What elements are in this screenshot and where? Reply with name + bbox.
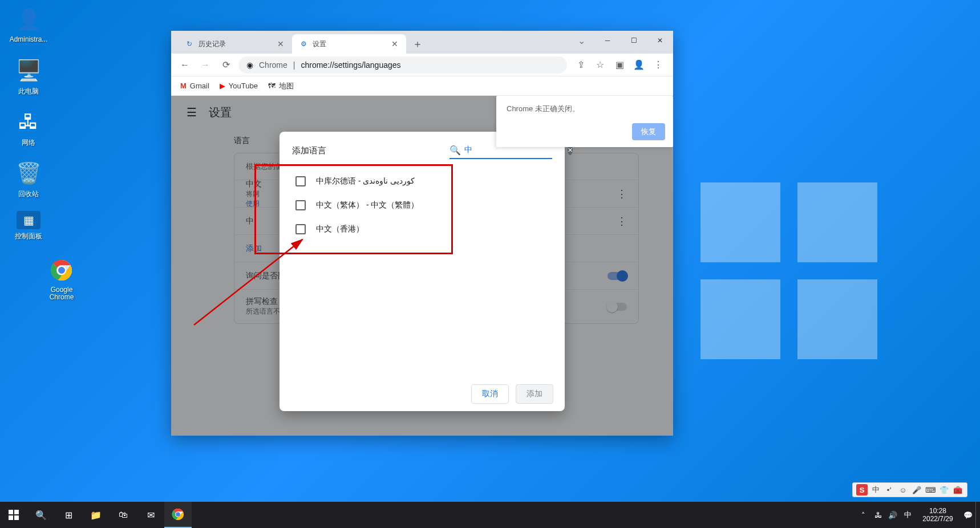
reload-button[interactable]: ⟳	[218, 57, 234, 73]
taskbar: 🔍 ⊞ 📁 🛍 ✉ ˄ 🖧 🔊 中 10:28 2022/7/29 💬	[0, 502, 980, 528]
bookmark-maps[interactable]: 🗺地图	[268, 81, 294, 91]
crash-restore-bubble: Chrome 未正确关闭。 恢复	[496, 96, 673, 147]
menu-button[interactable]: ⋮	[649, 56, 667, 74]
svg-line-4	[194, 239, 302, 325]
ime-keyboard[interactable]: ⌨	[925, 484, 936, 495]
desktop-icon-label: Administra...	[6, 35, 51, 43]
desktop-icon-label: 网络	[6, 138, 51, 148]
language-label: 中库尔德语 - کوردیی ناوەندی	[316, 176, 415, 186]
desktop-icon-network[interactable]: 🖧 网络	[6, 108, 51, 148]
chrome-titlebar[interactable]: ↻ 历史记录 ✕ ⚙ 设置 ✕ ＋ ⌄ ─ ☐ ✕	[171, 31, 673, 54]
desktop-icon-thispc[interactable]: 🖥️ 此电脑	[6, 57, 51, 96]
language-option-kurdish[interactable]: 中库尔德语 - کوردیی ناوەندی	[284, 169, 560, 193]
address-bar: ← → ⟳ ◉ Chrome | chrome://settings/langu…	[171, 54, 673, 76]
desktop-icon-controlpanel[interactable]: ▦ 控制面板	[6, 211, 51, 241]
sidepanel-button[interactable]: ▣	[610, 56, 629, 74]
annotation-arrow	[183, 234, 331, 336]
bookmark-label: YouTube	[229, 82, 258, 90]
back-button[interactable]: ←	[177, 57, 193, 73]
omnibox[interactable]: ◉ Chrome | chrome://settings/languages	[238, 56, 567, 74]
language-label: 中文（繁体） - 中文（繁體）	[316, 200, 419, 210]
svg-point-10	[176, 512, 180, 517]
pc-icon: 🖥️	[15, 57, 42, 84]
chrome-chip-icon: ◉	[246, 60, 253, 70]
minimize-button[interactable]: ─	[594, 31, 621, 50]
action-center-button[interactable]: 💬	[961, 502, 975, 528]
dialog-footer: 取消 添加	[280, 377, 565, 411]
ime-toolbar[interactable]: S 中 •ʼ ☺ 🎤 ⌨ 👕 🧰	[852, 482, 967, 497]
clock-date: 2022/7/29	[917, 515, 958, 523]
omnibox-separator: |	[293, 60, 295, 70]
recycle-icon: 🗑️	[15, 160, 42, 187]
checkbox[interactable]	[295, 176, 306, 186]
show-desktop-button[interactable]	[975, 502, 980, 528]
tab-history[interactable]: ↻ 历史记录 ✕	[178, 34, 292, 54]
checkbox[interactable]	[295, 224, 306, 234]
store-button[interactable]: 🛍	[110, 502, 137, 528]
bookmark-gmail[interactable]: MGmail	[180, 82, 209, 90]
gmail-icon: M	[180, 82, 187, 90]
tray-ime-icon[interactable]: 中	[900, 502, 915, 528]
close-icon[interactable]: ✕	[276, 39, 285, 48]
svg-rect-6	[14, 510, 19, 514]
user-icon: 👤	[15, 6, 42, 33]
taskbar-chrome[interactable]	[164, 502, 192, 528]
bookmark-button[interactable]: ☆	[591, 56, 609, 74]
desktop-icon-label: 控制面板	[6, 231, 51, 241]
restore-button[interactable]: 恢复	[632, 123, 665, 140]
desktop-icon-label: 回收站	[6, 189, 51, 199]
svg-rect-8	[14, 515, 19, 520]
system-tray: ˄ 🖧 🔊 中 10:28 2022/7/29 💬	[856, 502, 980, 528]
ime-emoji[interactable]: ☺	[897, 484, 909, 495]
svg-rect-5	[9, 510, 13, 514]
explorer-button[interactable]: 📁	[82, 502, 110, 528]
window-controls: ⌄ ─ ☐ ✕	[568, 31, 673, 50]
desktop-icon-recycle[interactable]: 🗑️ 回收站	[6, 160, 51, 199]
ime-skin[interactable]: 👕	[938, 484, 950, 495]
ime-lang[interactable]: 中	[870, 484, 881, 495]
network-icon: 🖧	[15, 108, 42, 136]
start-button[interactable]	[0, 502, 27, 528]
sogou-icon[interactable]: S	[856, 484, 868, 495]
mail-button[interactable]: ✉	[137, 502, 164, 528]
tray-network-icon[interactable]: 🖧	[870, 502, 885, 528]
ime-toolbox[interactable]: 🧰	[952, 484, 963, 495]
youtube-icon: ▶	[220, 82, 225, 90]
desktop-icon-administrator[interactable]: 👤 Administra...	[6, 6, 51, 43]
maps-icon: 🗺	[268, 82, 276, 90]
ime-voice[interactable]: 🎤	[911, 484, 922, 495]
language-option-traditional[interactable]: 中文（繁体） - 中文（繁體）	[284, 193, 560, 217]
close-icon[interactable]: ✕	[390, 39, 399, 48]
desktop-icon-chrome[interactable]: Google Chrome	[39, 257, 84, 301]
checkbox[interactable]	[295, 200, 306, 210]
tab-title: 历史记录	[199, 39, 226, 49]
chevron-down-icon[interactable]: ⌄	[568, 31, 594, 50]
forward-button[interactable]: →	[197, 57, 213, 73]
tray-volume-icon[interactable]: 🔊	[885, 502, 900, 528]
tray-overflow[interactable]: ˄	[856, 502, 870, 528]
bookmark-youtube[interactable]: ▶YouTube	[220, 82, 258, 90]
controlpanel-icon: ▦	[17, 211, 41, 229]
bookmarks-bar: MGmail ▶YouTube 🗺地图	[171, 76, 673, 96]
tab-settings[interactable]: ⚙ 设置 ✕	[292, 34, 406, 54]
search-button[interactable]: 🔍	[27, 502, 55, 528]
windows-logo	[700, 182, 877, 359]
taskview-button[interactable]: ⊞	[55, 502, 82, 528]
ime-half[interactable]: •ʼ	[884, 484, 895, 495]
maximize-button[interactable]: ☐	[621, 31, 647, 50]
cancel-button[interactable]: 取消	[471, 384, 509, 404]
close-button[interactable]: ✕	[647, 31, 673, 50]
chrome-prefix: Chrome	[259, 60, 287, 70]
clock-time: 10:28	[917, 507, 958, 515]
share-button[interactable]: ⇪	[572, 56, 590, 74]
taskbar-clock[interactable]: 10:28 2022/7/29	[915, 503, 961, 526]
bookmark-label: 地图	[279, 81, 294, 91]
omnibox-url: chrome://settings/languages	[301, 60, 400, 70]
add-button[interactable]: 添加	[516, 384, 553, 404]
bookmark-label: Gmail	[190, 82, 209, 90]
dialog-title: 添加语言	[292, 145, 326, 156]
profile-button[interactable]: 👤	[630, 56, 648, 74]
tab-strip: ↻ 历史记录 ✕ ⚙ 设置 ✕ ＋	[171, 33, 568, 54]
language-label: 中文（香港）	[316, 224, 364, 234]
new-tab-button[interactable]: ＋	[410, 36, 426, 52]
